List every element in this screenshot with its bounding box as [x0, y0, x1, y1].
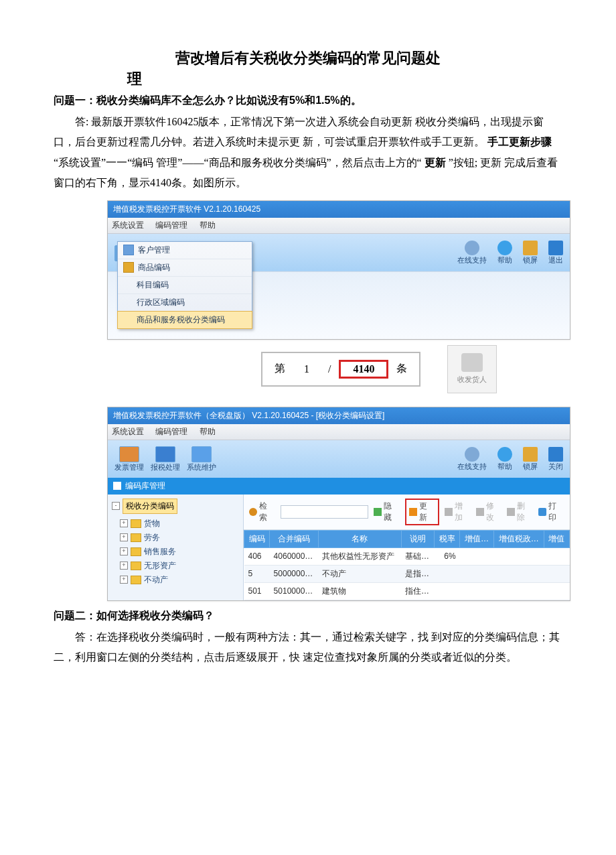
cell-name: 其他权益性无形资产 — [318, 547, 401, 565]
update-label: 更新 — [419, 501, 435, 523]
dropdown-region-label: 行政区域编码 — [137, 297, 185, 308]
cell-empty — [544, 547, 569, 565]
answer1-boldstep: 手工更新步骤 — [487, 136, 552, 147]
toolbar-maintain[interactable]: 系统维护 — [187, 446, 216, 472]
app2-toolbar-close[interactable]: 关闭 — [548, 447, 563, 472]
pager-label-last: 条 — [396, 362, 407, 376]
expand-icon[interactable]: + — [120, 576, 128, 584]
cell-note: 指住… — [401, 582, 434, 600]
app2-toolbar-right: 在线支持 帮助 锁屏 关闭 — [457, 447, 563, 472]
col-vat1[interactable]: 增值… — [460, 530, 493, 547]
app2-toolbar-left: 发票管理 报税处理 系统维护 — [114, 446, 216, 472]
app1-toolbar-right: 在线支持 帮助 锁屏 退出 — [457, 241, 563, 265]
title-line2: 理 — [127, 70, 142, 87]
table-row[interactable]: 5 5000000… 不动产 是指… — [244, 565, 570, 582]
menu-help[interactable]: 帮助 — [200, 220, 216, 230]
tree-collapse-icon[interactable]: - — [112, 502, 120, 510]
toolbar-support[interactable]: 在线支持 — [457, 241, 487, 265]
expand-icon[interactable]: + — [120, 562, 128, 570]
tree-item-sales-service[interactable]: +销售服务 — [120, 545, 239, 559]
question2-heading: 问题二：如何选择税收分类编码？ — [54, 609, 562, 623]
dropdown-customer[interactable]: 客户管理 — [118, 242, 252, 259]
app2-toolbar-lock[interactable]: 锁屏 — [523, 447, 538, 472]
col-code[interactable]: 编码 — [244, 530, 270, 547]
add-button[interactable]: 增加 — [445, 501, 471, 523]
table-head: 编码 合并编码 名称 说明 税率 增值… 增值税政… 增值 — [244, 530, 570, 547]
delete-label: 删除 — [517, 501, 533, 523]
app2-toolbar-support[interactable]: 在线支持 — [457, 447, 487, 472]
folder-icon — [131, 547, 141, 556]
cell-rate — [435, 582, 460, 600]
app2-titlebar: 增值税发票税控开票软件（全税盘版） V2.1.20.160425 - [税收分类… — [108, 407, 570, 424]
delete-button[interactable]: 删除 — [507, 501, 533, 523]
col-vat3[interactable]: 增值 — [544, 530, 569, 547]
cell-code: 406 — [244, 547, 270, 565]
table-body: 406 4060000… 其他权益性无形资产 基础… 6% 5 5000000…… — [244, 547, 570, 600]
dropdown-product-code[interactable]: 商品编码 — [118, 259, 252, 277]
search-input[interactable] — [281, 505, 368, 519]
app2-toolbar-help[interactable]: 帮助 — [497, 447, 512, 472]
menu-system[interactable]: 系统设置 — [112, 220, 144, 230]
receiver-box[interactable]: 收发货人 — [447, 345, 497, 393]
tree-item-goods[interactable]: +货物 — [120, 517, 239, 531]
col-vat2[interactable]: 增值税政… — [493, 530, 544, 547]
tree-item-label: 销售服务 — [144, 546, 176, 557]
dropdown-tax-classify-code[interactable]: 商品和服务税收分类编码 — [117, 311, 252, 329]
cell-note: 是指… — [401, 565, 434, 582]
expand-icon[interactable]: + — [120, 547, 128, 555]
app2-menu-help[interactable]: 帮助 — [200, 427, 216, 436]
tree-item-realestate[interactable]: +不动产 — [120, 573, 239, 587]
add-icon — [445, 508, 453, 516]
app1-menubar: 系统设置 编码管理 帮助 — [108, 218, 570, 234]
app2-menu-system[interactable]: 系统设置 — [112, 427, 144, 436]
question1-heading: 问题一：税收分类编码库不全怎么办？比如说没有5%和1.5%的。 — [54, 94, 562, 108]
dropdown-subject-code[interactable]: 科目编码 — [118, 277, 252, 294]
table-row[interactable]: 406 4060000… 其他权益性无形资产 基础… 6% — [244, 547, 570, 565]
col-rate[interactable]: 税率 — [435, 530, 460, 547]
app1-titlebar: 增值税发票税控开票软件 V2.1.20.160425 — [108, 201, 570, 218]
lock-icon — [523, 447, 538, 462]
tree-item-label: 货物 — [144, 518, 160, 529]
subbar-label: 编码库管理 — [125, 480, 165, 492]
app2-help-label: 帮助 — [497, 462, 512, 472]
search-bar: 检索 隐藏 更新 增加 修改 删除 打印 — [244, 495, 570, 530]
help-icon — [497, 447, 512, 462]
toolbar-help[interactable]: 帮助 — [497, 241, 512, 265]
print-label: 打印 — [548, 501, 564, 523]
menu-code[interactable]: 编码管理 — [155, 220, 187, 230]
pager-total-highlight: 4140 — [339, 360, 388, 379]
folder-icon — [131, 576, 141, 584]
app2-menubar: 系统设置 编码管理 帮助 — [108, 424, 570, 440]
toolbar-invoice[interactable]: 发票管理 — [114, 446, 144, 472]
table-row[interactable]: 501 5010000… 建筑物 指住… — [244, 582, 570, 600]
print-button[interactable]: 打印 — [538, 501, 564, 523]
col-name[interactable]: 名称 — [318, 530, 401, 547]
tree-item-labor[interactable]: +劳务 — [120, 531, 239, 545]
support-icon — [465, 241, 479, 255]
tree-item-intangible[interactable]: +无形资产 — [120, 559, 239, 573]
hide-button[interactable]: 隐藏 — [374, 501, 400, 523]
toolbar-lock[interactable]: 锁屏 — [523, 241, 538, 265]
app2-menu-code[interactable]: 编码管理 — [155, 427, 187, 436]
expand-icon[interactable]: + — [120, 519, 128, 527]
toolbar-support-label: 在线支持 — [457, 255, 487, 265]
expand-icon[interactable]: + — [120, 533, 128, 541]
col-note[interactable]: 说明 — [401, 530, 434, 547]
answer1-a: 答: 最新版开票软件160425版本，正常情况下第一次进入系统会自动更新 税收分… — [54, 116, 544, 147]
tree-root[interactable]: 税收分类编码 — [123, 499, 177, 514]
cell-merge: 5010000… — [270, 582, 319, 600]
hide-label: 隐藏 — [384, 501, 400, 523]
exit-icon — [548, 241, 563, 255]
dropdown-tax-classify-label: 商品和服务税收分类编码 — [137, 314, 225, 326]
tree-item-label: 劳务 — [144, 532, 160, 543]
modify-button[interactable]: 修改 — [476, 501, 502, 523]
folder-icon — [131, 562, 141, 570]
tax-icon — [155, 446, 175, 462]
cell-empty — [493, 547, 544, 565]
toolbar-exit[interactable]: 退出 — [548, 241, 563, 265]
cell-merge: 5000000… — [270, 565, 319, 582]
dropdown-region-code[interactable]: 行政区域编码 — [118, 294, 252, 312]
col-merge[interactable]: 合并编码 — [270, 530, 319, 547]
toolbar-tax[interactable]: 报税处理 — [151, 446, 180, 472]
update-button-highlighted[interactable]: 更新 — [405, 499, 439, 525]
